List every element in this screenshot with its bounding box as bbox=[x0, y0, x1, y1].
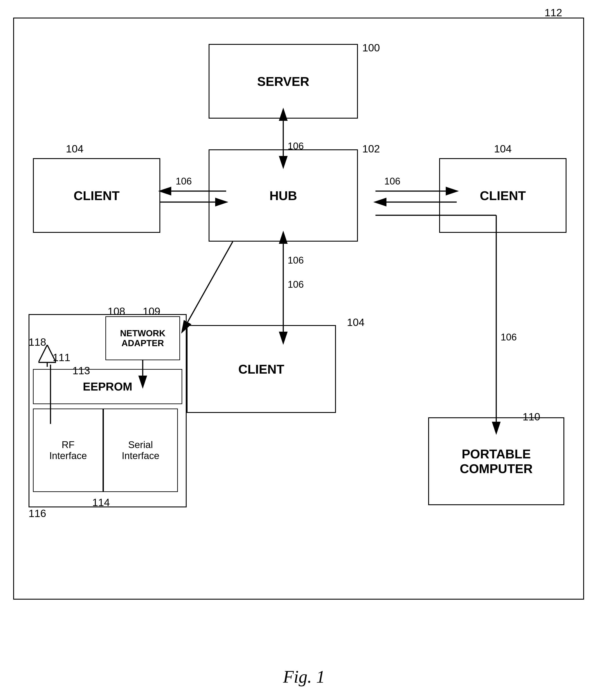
label-116: 116 bbox=[28, 507, 46, 519]
label-110: 110 bbox=[522, 411, 540, 423]
client-bottom-label: CLIENT bbox=[238, 362, 284, 377]
server-label: SERVER bbox=[257, 74, 309, 89]
label-108: 108 bbox=[108, 305, 125, 317]
serial-interface-box: Serial Interface bbox=[103, 409, 178, 492]
label-100: 100 bbox=[362, 42, 380, 54]
rf-interface-label: RF Interface bbox=[49, 439, 87, 461]
label-104c: 104 bbox=[347, 316, 364, 328]
label-102: 102 bbox=[362, 143, 380, 155]
client-left-box: CLIENT bbox=[33, 158, 160, 233]
label-109: 109 bbox=[143, 305, 160, 317]
server-box: SERVER bbox=[209, 44, 358, 119]
eeprom-label: EEPROM bbox=[83, 380, 132, 393]
label-112: 112 bbox=[545, 6, 562, 19]
label-104a: 104 bbox=[66, 143, 83, 155]
client-right-label: CLIENT bbox=[480, 188, 526, 203]
figure-caption: Fig. 1 bbox=[283, 667, 325, 687]
client-right-box: CLIENT bbox=[439, 158, 567, 233]
network-adapter-label: NETWORK ADAPTER bbox=[120, 328, 166, 348]
rf-interface-box: RF Interface bbox=[33, 409, 103, 492]
client-bottom-box: CLIENT bbox=[187, 325, 336, 413]
label-114: 114 bbox=[92, 496, 110, 509]
hub-box: HUB bbox=[209, 149, 358, 242]
hub-label: HUB bbox=[269, 188, 297, 203]
network-adapter-box: NETWORK ADAPTER bbox=[106, 316, 180, 360]
label-111: 111 bbox=[53, 352, 70, 363]
label-104b: 104 bbox=[494, 143, 512, 155]
label-113: 113 bbox=[73, 365, 90, 377]
eeprom-box: EEPROM bbox=[33, 369, 182, 404]
client-left-label: CLIENT bbox=[74, 188, 119, 203]
serial-interface-label: Serial Interface bbox=[122, 439, 159, 461]
label-118: 118 bbox=[28, 336, 46, 348]
portable-computer-box: PORTABLE COMPUTER bbox=[428, 417, 564, 505]
portable-computer-label: PORTABLE COMPUTER bbox=[460, 447, 533, 476]
